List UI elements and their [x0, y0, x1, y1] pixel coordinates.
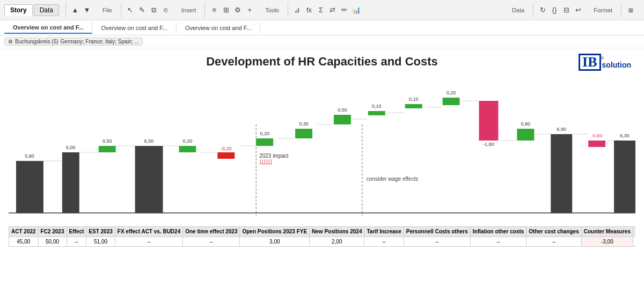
ibsolution-logo: IB ® solution [579, 54, 631, 71]
format-icon[interactable]: ≣ [626, 5, 635, 15]
toolbar-section-tools: ⊿ fx Σ ⇄ ✏ 📊 [288, 3, 365, 18]
col-header-7: New Positions 2024 [310, 227, 364, 237]
label-act2022: 5,80 [25, 153, 34, 159]
bar-perscosts [368, 111, 385, 115]
label-request2024: 6,90 [557, 127, 566, 132]
chart-title: Development of HR Capacities and Costs [9, 48, 635, 71]
cell-5: – [183, 237, 240, 247]
col-header-12: Counter Measures [581, 227, 633, 237]
col-header-11: Other cost changes [526, 227, 581, 237]
chevron-up-icon[interactable]: ▲ [70, 5, 80, 15]
data-label: Data [512, 7, 524, 13]
toolbar-section-format: ≣ [621, 3, 640, 18]
undo-icon[interactable]: ↩ [573, 5, 583, 15]
pencil-icon[interactable]: ✏ [340, 5, 349, 15]
insert-label: Insert [181, 7, 196, 13]
story-data-tabs: Story Data [4, 4, 59, 16]
bar-gap [588, 141, 605, 147]
bar-budget2024 [614, 141, 635, 213]
data-tab[interactable]: Data [34, 4, 59, 16]
plus-icon[interactable]: + [245, 5, 254, 15]
fx-icon[interactable]: fx [304, 5, 314, 15]
filter-chip-value: Germany; France; Italy; Spain; ... [61, 39, 140, 45]
bar-est2023 [135, 146, 163, 213]
cell-12-counter: -3,00 [581, 237, 633, 247]
label-newpos: 0,30 [299, 121, 308, 127]
bar-openpos [256, 138, 273, 146]
export-icon[interactable]: ⊟ [561, 5, 571, 15]
label-tarif: 0,50 [338, 107, 347, 113]
label-fx: 0,20 [183, 138, 192, 144]
edit-icon[interactable]: ✎ [137, 5, 147, 15]
align-icon[interactable]: ≡ [209, 5, 219, 15]
logo-ib-text: IB [579, 54, 601, 71]
data-table-container: ACT 2022 FC2 2023 Effect EST 2023 FX eff… [9, 226, 635, 247]
label-fc2023: 6,00 [66, 145, 75, 150]
funnel-icon[interactable]: ⊿ [292, 5, 302, 15]
story-tab[interactable]: Story [4, 4, 33, 16]
logo-solution-text: ® solution [601, 56, 631, 69]
share-icon[interactable]: ⎋ [161, 5, 171, 15]
cell-1: 50,00 [38, 237, 67, 247]
table-icon[interactable]: ⊞ [221, 5, 231, 15]
arrows-icon[interactable]: ⇄ [328, 5, 338, 15]
col-header-6: Open Positions 2023 FYE [240, 227, 310, 237]
filter-bar: ⚙ Buchungskreis (5) Germany; France; Ita… [0, 35, 644, 48]
chevron-down-icon[interactable]: ▼ [82, 5, 92, 15]
waterfall-chart: 5,80 6,00 0,50 6,50 0,20 -0,20 2023 impa… [9, 71, 635, 226]
cell-6: 3,00 [240, 237, 310, 247]
logo-registered: ® [601, 56, 631, 61]
bar-tarif [334, 115, 351, 124]
cell-11: – [526, 237, 581, 247]
cell-9: – [404, 237, 470, 247]
data-table: ACT 2022 FC2 2023 Effect EST 2023 FX eff… [9, 226, 635, 247]
toolbar-section-arrows: ▲ ▼ [65, 3, 96, 18]
bar-act2022 [16, 161, 43, 213]
cell-4: – [115, 237, 182, 247]
toolbar-section-file: ↖ ✎ ⧉ ⎋ [121, 3, 175, 18]
table-row: 45,00 50,00 – 51,00 – – 3,00 2,00 – – – … [9, 237, 636, 247]
filter-chip-buchungskreis[interactable]: ⚙ Buchungskreis (5) Germany; France; Ita… [4, 38, 143, 46]
sigma-icon[interactable]: Σ [316, 5, 326, 15]
breadcrumb-tab-3[interactable]: Overview on cost and F... [177, 23, 261, 33]
cursor-icon[interactable]: ↖ [126, 5, 135, 15]
col-header-1: FC2 2023 [38, 227, 67, 237]
col-header-10: Inflation other costs [470, 227, 526, 237]
label-inflation: 0,10 [409, 97, 418, 102]
main-toolbar: Story Data ▲ ▼ File ↖ ✎ ⧉ ⎋ Insert ≡ ⊞ ⚙… [0, 0, 644, 20]
chart-icon[interactable]: 📊 [352, 5, 361, 15]
copy-icon[interactable]: ⧉ [149, 5, 159, 15]
bar-fc2023 [62, 152, 79, 213]
chart-svg: 5,80 6,00 0,50 6,50 0,20 -0,20 2023 impa… [9, 71, 635, 226]
bar-fx [179, 146, 196, 152]
bar-othercost [443, 98, 460, 105]
cell-8: – [364, 237, 404, 247]
bar-counter [479, 101, 498, 141]
breadcrumb-tab-2[interactable]: Overview on cost and F... [92, 23, 177, 33]
cell-13: – [633, 237, 635, 247]
tools-label: Tools [265, 7, 279, 13]
breadcrumb-tab-1[interactable]: Overview on cost and F... [4, 22, 92, 34]
label-onetime2024: 0,80 [521, 121, 530, 127]
filter-icon[interactable]: ⚙ [233, 5, 243, 15]
toolbar-section-data: ↻ {} ⊟ ↩ [533, 3, 587, 18]
annotation-2023-impact-underline: ⌇⌇⌇⌇⌇⌇ [259, 159, 272, 164]
label-budget2024: 6,30 [620, 133, 629, 138]
table-header-row: ACT 2022 FC2 2023 Effect EST 2023 FX eff… [9, 227, 636, 237]
breadcrumb-bar: Overview on cost and F... Overview on co… [0, 20, 644, 35]
refresh-icon[interactable]: ↻ [538, 5, 547, 15]
bar-effect [99, 146, 116, 152]
label-othercost: 0,20 [447, 90, 456, 95]
label-counter: -1,80 [483, 142, 494, 147]
label-gap: -0,60 [591, 133, 602, 138]
filter-gear-icon: ⚙ [8, 39, 13, 45]
col-header-9: Personnell Costs others [404, 227, 470, 237]
col-header-3: EST 2023 [86, 227, 115, 237]
filter-chip-label: Buchungskreis (5) [15, 39, 58, 45]
col-header-2: Effect [67, 227, 86, 237]
bar-request2024 [551, 134, 572, 213]
main-content: Development of HR Capacities and Costs I… [0, 48, 644, 247]
code-icon[interactable]: {} [550, 5, 559, 15]
label-est2023: 6,50 [144, 138, 153, 144]
label-perscosts: 0,10 [372, 104, 381, 109]
